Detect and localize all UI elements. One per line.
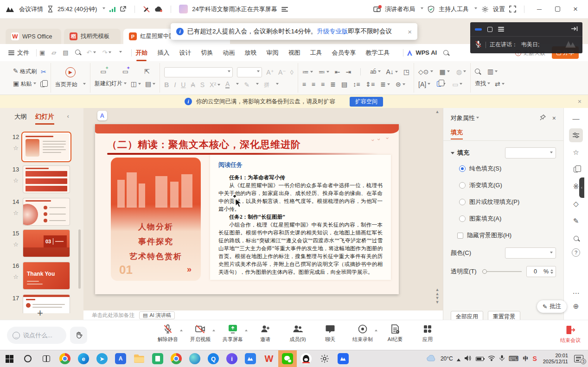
annotate-button[interactable]: ✎批注 — [537, 300, 567, 313]
wifi-icon[interactable] — [488, 355, 495, 362]
slide-left-card[interactable]: 人物分析 事件探究 艺术特色赏析 01 » — [111, 158, 201, 281]
numbering-icon[interactable]: ≕ — [319, 69, 329, 75]
wps-assistant-icon[interactable]: A — [97, 111, 107, 120]
menu-slideshow[interactable]: 放映 — [244, 49, 256, 57]
option-pattern-fill[interactable]: 图案填充(A) — [443, 210, 563, 227]
slide-title[interactable]: （二）精读：聚焦文本核心，深化思维进阶 — [107, 138, 301, 151]
edge-icon[interactable]: e — [74, 350, 93, 367]
notes-placeholder[interactable]: 单击此处添加备注 — [92, 312, 134, 319]
qq-icon[interactable] — [297, 350, 315, 367]
upgrade-link[interactable]: 升级专业版 — [317, 28, 348, 35]
option-gradient-fill[interactable]: 渐变填充(G) — [443, 177, 563, 194]
menu-teaching-tools[interactable]: 教学工具 — [365, 49, 390, 57]
meeting-details-button[interactable]: 会议详情 — [19, 5, 43, 13]
fullscreen-icon[interactable] — [509, 6, 516, 13]
highlight-color-icon[interactable]: ✎ — [244, 82, 249, 88]
file-explorer-icon[interactable] — [130, 350, 148, 367]
shadow-icon[interactable]: S — [200, 82, 205, 88]
font-color-icon[interactable]: A — [225, 81, 230, 89]
text-spacing-icon[interactable]: ≣ — [380, 81, 390, 88]
pen-disabled-icon[interactable] — [143, 6, 150, 13]
star-icon[interactable]: ☆ — [11, 241, 20, 248]
increase-indent-icon[interactable]: ⇥ — [345, 69, 351, 75]
ai-minutes-button[interactable]: AI纪要 — [385, 324, 405, 343]
menu-insert[interactable]: 插入 — [157, 49, 169, 57]
overlay-minimize-icon[interactable] — [475, 28, 482, 31]
speaker-layout-button[interactable]: 演讲者布局 — [385, 5, 415, 13]
tab-docer-templates[interactable]: 稻 找稻壳模板 — [64, 29, 121, 44]
meeting-rooms-icon[interactable] — [241, 350, 260, 367]
apps-button[interactable]: 应用 — [417, 324, 438, 343]
banner-close-icon[interactable]: × — [408, 28, 412, 36]
reading-task-block[interactable]: 阅读任务 任务1：为革命者写小传 从《红星照耀中国》一书介绍的众多革命者中选择一… — [210, 155, 391, 280]
cut-icon[interactable]: ✂ — [41, 69, 46, 75]
superscript-icon[interactable]: X² — [210, 82, 220, 88]
slide-editor[interactable]: （二）精读：聚焦文本核心，深化思维进阶 ⌄⌄ ⌄ 人物分析 事件探究 艺术特色赏… — [95, 124, 399, 294]
menu-tools[interactable]: 工具 — [310, 49, 322, 57]
replace-icon[interactable]: ⇄ — [495, 81, 505, 87]
color-combo[interactable] — [505, 247, 556, 259]
zoom-in-icon[interactable]: ⊕ — [569, 299, 583, 313]
maximize-button[interactable] — [550, 3, 564, 15]
sharing-list-icon[interactable] — [281, 6, 288, 13]
align-center-icon[interactable]: ≡ — [312, 81, 315, 88]
taskbar-clock[interactable]: 20:01 2025/12/11 — [543, 353, 568, 365]
tray-mic-icon[interactable] — [499, 355, 505, 363]
video-options-caret[interactable] — [212, 328, 215, 331]
play-from-current-button[interactable]: 当页开始 — [55, 81, 86, 89]
tab-outline[interactable]: 大纲 — [14, 113, 27, 125]
material-icon[interactable]: ◇ — [569, 197, 583, 211]
search-button[interactable] — [19, 350, 37, 367]
keyboard-icon[interactable]: ⌨ — [509, 354, 519, 363]
import-slide-icon[interactable]: ⇱ — [144, 68, 150, 75]
expand-storage-button[interactable]: 扩容空间 — [350, 97, 383, 107]
align-right-icon[interactable]: ≡ — [321, 81, 325, 88]
play-icon[interactable]: ▶ — [65, 67, 76, 77]
star-icon[interactable]: ☆ — [11, 273, 20, 280]
effects-icon[interactable]: ☆ — [569, 146, 583, 159]
im-app-icon[interactable]: i — [223, 350, 241, 367]
settings-button[interactable]: 设置 — [493, 5, 505, 13]
members-button[interactable]: 成员(9) — [288, 324, 308, 343]
decrease-font-icon[interactable]: A⁻ — [278, 69, 286, 76]
convert-smartart-icon[interactable]: ◳ — [403, 69, 409, 75]
layout-caret-icon[interactable] — [421, 7, 423, 11]
blue-a-app-icon[interactable]: A — [111, 350, 130, 367]
weather-icon[interactable] — [426, 355, 436, 363]
host-tools-caret-icon[interactable] — [474, 7, 477, 11]
collapse-strip-icon[interactable]: — — [569, 111, 583, 125]
tab-wps-office[interactable]: W WPS Office — [6, 29, 61, 44]
new-slide-button[interactable]: 新建幻灯片 — [95, 80, 127, 88]
find-button[interactable]: 查找 — [475, 80, 490, 88]
format-painter-button[interactable]: ✎ 格式刷 — [13, 68, 37, 76]
menu-home[interactable]: 开始 — [135, 49, 147, 57]
meeting-timer[interactable]: 25:42 (40分钟) — [58, 5, 97, 13]
task-view-button[interactable] — [37, 350, 56, 367]
menu-review[interactable]: 审阅 — [266, 49, 278, 57]
overlay-list-icon[interactable] — [498, 26, 504, 32]
volume-icon[interactable] — [464, 355, 472, 363]
notification-center-icon[interactable]: 3 — [574, 355, 583, 362]
object-properties-icon[interactable] — [569, 128, 583, 142]
strikethrough-icon[interactable]: A — [191, 82, 195, 88]
open-external-icon[interactable] — [120, 6, 127, 13]
qq-browser-icon[interactable]: Q — [204, 350, 223, 367]
end-meeting-button[interactable]: 结束会议 — [560, 325, 581, 344]
tab-slides[interactable]: 幻灯片 — [35, 113, 54, 125]
tencent-meeting-app-icon[interactable] — [334, 350, 352, 367]
text-direction-icon[interactable]: ab̄ — [370, 69, 380, 75]
invite-button[interactable]: 邀请 — [255, 324, 275, 343]
sogou-icon[interactable]: S — [532, 355, 537, 362]
overlay-window-icon[interactable] — [487, 27, 492, 32]
share-screen-button[interactable]: 共享屏幕 — [223, 324, 243, 343]
phonetic-guide-icon[interactable]: 拼 — [264, 82, 269, 88]
section-icon[interactable]: ▤ — [145, 81, 155, 87]
copy-icon[interactable] — [40, 82, 45, 87]
shapes-icon[interactable]: ◇⊙ — [418, 69, 433, 75]
add-slide-button[interactable]: + — [37, 307, 43, 319]
pin-icon[interactable] — [540, 114, 546, 122]
expand-triangle-icon[interactable] — [451, 152, 454, 156]
save-icon[interactable]: ▣ — [39, 49, 45, 56]
clear-format-icon[interactable]: ◊ — [290, 69, 294, 76]
fill-tab[interactable]: 填充 — [451, 129, 463, 139]
